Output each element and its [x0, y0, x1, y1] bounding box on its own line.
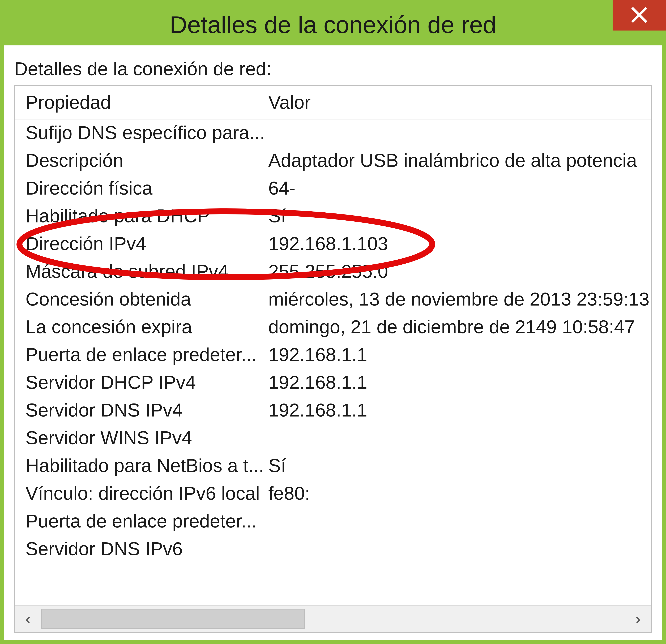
row-value: 192.168.1.1 — [268, 371, 651, 393]
row-value: 255.255.255.0 — [268, 261, 651, 282]
scroll-right-button[interactable]: › — [625, 606, 651, 632]
table-row[interactable]: La concesión expiradomingo, 21 de diciem… — [15, 313, 651, 341]
row-property: Vínculo: dirección IPv6 local — [15, 482, 268, 504]
row-value: Adaptador USB inalámbrico de alta potenc… — [268, 149, 651, 171]
column-header-value[interactable]: Valor — [268, 91, 651, 113]
horizontal-scrollbar[interactable]: ‹ › — [15, 605, 651, 632]
row-property: Dirección IPv4 — [15, 233, 268, 254]
row-property: Sufijo DNS específico para... — [15, 122, 268, 143]
table-row[interactable]: Dirección física64- — [15, 174, 651, 202]
table-row[interactable]: Habilitado para DHCPSí — [15, 202, 651, 230]
row-property: Servidor DNS IPv4 — [15, 399, 268, 421]
table-row[interactable]: Puerta de enlace predeter... — [15, 507, 651, 535]
row-value: fe80: — [268, 482, 651, 504]
row-property: Servidor DHCP IPv4 — [15, 371, 268, 393]
details-panel: Propiedad Valor Sufijo DNS específico pa… — [14, 85, 652, 633]
table-row[interactable]: DescripciónAdaptador USB inalámbrico de … — [15, 146, 651, 174]
table-row[interactable]: Habilitado para NetBios a t...Sí — [15, 451, 651, 479]
row-value: 192.168.1.1 — [268, 399, 651, 421]
row-property: Descripción — [15, 149, 268, 171]
row-value: 192.168.1.103 — [268, 233, 651, 254]
columns-header: Propiedad Valor — [15, 86, 651, 120]
table-row[interactable]: Servidor WINS IPv4 — [15, 424, 651, 451]
rows-container: Sufijo DNS específico para...Descripción… — [15, 119, 651, 606]
row-property: La concesión expira — [15, 316, 268, 338]
titlebar: Detalles de la conexión de red — [4, 4, 662, 46]
row-value: domingo, 21 de diciembre de 2149 10:58:4… — [268, 316, 651, 338]
row-property: Dirección física — [15, 177, 268, 199]
table-row[interactable]: Servidor DNS IPv4192.168.1.1 — [15, 396, 651, 424]
table-row[interactable]: Máscara de subred IPv4255.255.255.0 — [15, 257, 651, 285]
table-row[interactable]: Concesión obtenidamiércoles, 13 de novie… — [15, 285, 651, 313]
row-property: Puerta de enlace predeter... — [15, 510, 268, 532]
scroll-track[interactable] — [41, 606, 625, 632]
table-row[interactable]: Sufijo DNS específico para... — [15, 119, 651, 146]
row-property: Puerta de enlace predeter... — [15, 344, 268, 365]
table-row[interactable]: Vínculo: dirección IPv6 localfe80: — [15, 479, 651, 507]
table-row[interactable]: Servidor DNS IPv6 — [15, 535, 651, 562]
close-button[interactable] — [613, 0, 666, 31]
row-property: Máscara de subred IPv4 — [15, 261, 268, 282]
column-header-property[interactable]: Propiedad — [15, 91, 268, 113]
table-row[interactable]: Puerta de enlace predeter...192.168.1.1 — [15, 341, 651, 368]
scroll-left-button[interactable]: ‹ — [15, 606, 41, 632]
close-icon — [630, 6, 648, 24]
client-area: Detalles de la conexión de red: Propieda… — [4, 49, 662, 640]
row-property: Servidor DNS IPv6 — [15, 538, 268, 559]
window-title: Detalles de la conexión de red — [4, 11, 662, 39]
table-row[interactable]: Dirección IPv4192.168.1.103 — [15, 230, 651, 257]
row-value: 192.168.1.1 — [268, 344, 651, 365]
panel-label: Detalles de la conexión de red: — [14, 58, 652, 79]
row-property: Servidor WINS IPv4 — [15, 427, 268, 449]
row-value: miércoles, 13 de noviembre de 2013 23:59… — [268, 288, 651, 310]
row-property: Habilitado para DHCP — [15, 205, 268, 227]
scroll-thumb[interactable] — [41, 609, 305, 629]
table-row[interactable]: Servidor DHCP IPv4192.168.1.1 — [15, 368, 651, 396]
row-value: 64- — [268, 177, 651, 199]
row-property: Concesión obtenida — [15, 288, 268, 310]
network-details-window: Detalles de la conexión de red Detalles … — [0, 0, 666, 644]
row-property: Habilitado para NetBios a t... — [15, 455, 268, 476]
row-value: Sí — [268, 205, 651, 227]
row-value: Sí — [268, 455, 651, 476]
